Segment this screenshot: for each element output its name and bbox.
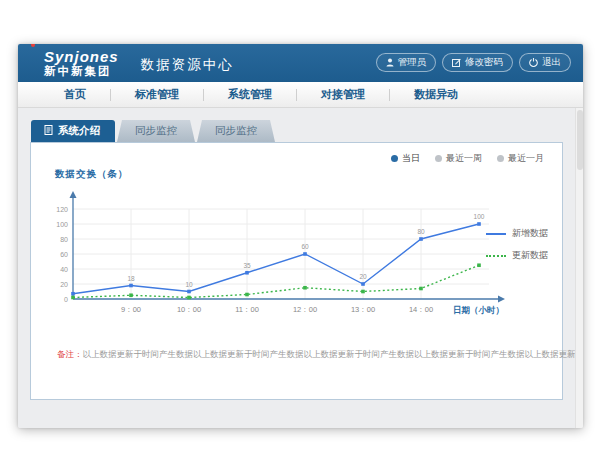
- nav-item-interface-mgmt[interactable]: 对接管理: [297, 87, 389, 102]
- radio-selected-icon: [391, 155, 398, 162]
- svg-text:10：00: 10：00: [177, 305, 201, 314]
- dotted-line-swatch-icon: [486, 255, 506, 257]
- svg-text:100: 100: [56, 221, 68, 228]
- vertical-scrollbar[interactable]: [575, 108, 583, 428]
- admin-user-button[interactable]: 管理员: [376, 53, 437, 72]
- svg-text:日期（小时）: 日期（小时）: [453, 305, 504, 315]
- logout-button[interactable]: 退出: [519, 53, 571, 72]
- chart-area: 0204060801001209：0010：0011：0012：0013：001…: [41, 187, 521, 331]
- app-header: Synjones 新中新集团 数据资源中心 管理员 修改密码 退出: [18, 44, 583, 82]
- tab-label: 同步监控: [215, 124, 257, 138]
- logout-label: 退出: [542, 56, 561, 69]
- svg-text:40: 40: [60, 266, 68, 273]
- svg-text:100: 100: [474, 213, 485, 220]
- filter-label: 最近一周: [446, 152, 482, 165]
- filter-today[interactable]: 当日: [391, 152, 420, 165]
- change-password-label: 修改密码: [465, 56, 503, 69]
- svg-text:80: 80: [417, 228, 425, 235]
- nav-item-home[interactable]: 首页: [40, 87, 110, 102]
- y-axis-title: 数据交换（条）: [55, 168, 129, 181]
- tab-sync-monitor-1[interactable]: 同步监控: [117, 120, 195, 142]
- line-chart-svg: 0204060801001209：0010：0011：0012：0013：001…: [41, 187, 521, 327]
- nav-item-system-mgmt[interactable]: 系统管理: [204, 87, 296, 102]
- header-actions: 管理员 修改密码 退出: [376, 53, 572, 72]
- filter-label: 当日: [402, 152, 420, 165]
- svg-text:120: 120: [56, 206, 68, 213]
- svg-text:20: 20: [359, 273, 367, 280]
- note-label: 备注：: [57, 349, 83, 359]
- footer-note: 备注：以上数据更新于时间产生数据以上数据更新于时间产生数据以上数据更新于时间产生…: [57, 349, 548, 361]
- document-icon: [44, 125, 53, 137]
- svg-text:14：00: 14：00: [409, 305, 433, 314]
- filter-last-month[interactable]: 最近一月: [497, 152, 544, 165]
- brand-dot-icon: [31, 44, 35, 47]
- svg-text:11：00: 11：00: [235, 305, 259, 314]
- brand-name: Synjones: [44, 49, 119, 64]
- nav-item-standard-mgmt[interactable]: 标准管理: [111, 87, 203, 102]
- svg-text:9：00: 9：00: [121, 305, 141, 314]
- svg-text:12：00: 12：00: [293, 305, 317, 314]
- legend-label: 新增数据: [512, 227, 548, 240]
- brand-subtitle: 新中新集团: [44, 66, 119, 78]
- chart-legend: 新增数据 更新数据: [486, 227, 548, 262]
- radio-icon: [435, 155, 442, 162]
- legend-label: 更新数据: [512, 249, 548, 262]
- tab-sync-monitor-2[interactable]: 同步监控: [197, 120, 275, 142]
- note-text: 以上数据更新于时间产生数据以上数据更新于时间产生数据以上数据更新于时间产生数据以…: [83, 349, 584, 359]
- tab-label: 同步监控: [135, 124, 177, 138]
- tab-system-intro[interactable]: 系统介绍: [31, 120, 115, 142]
- radio-icon: [497, 155, 504, 162]
- user-icon: [386, 58, 394, 67]
- svg-text:80: 80: [60, 236, 68, 243]
- legend-item-update-data[interactable]: 更新数据: [486, 249, 548, 262]
- filter-label: 最近一月: [508, 152, 544, 165]
- content-area: 系统介绍 同步监控 同步监控 当日 最近一周: [18, 108, 583, 428]
- admin-user-label: 管理员: [398, 56, 427, 69]
- svg-text:18: 18: [127, 275, 135, 282]
- chart-panel: 当日 最近一周 最近一月 数据交换（条） 0204060801001209：00…: [30, 142, 563, 400]
- main-nav: 首页 标准管理 系统管理 对接管理 数据异动: [18, 82, 583, 108]
- tab-bar: 系统介绍 同步监控 同步监控: [31, 121, 583, 142]
- svg-text:13：00: 13：00: [351, 305, 375, 314]
- change-password-button[interactable]: 修改密码: [442, 53, 513, 72]
- app-window: Synjones 新中新集团 数据资源中心 管理员 修改密码 退出 首页 标准管…: [18, 44, 583, 428]
- svg-text:20: 20: [60, 281, 68, 288]
- svg-text:60: 60: [60, 251, 68, 258]
- brand-logo: Synjones 新中新集团: [44, 49, 119, 78]
- tab-label: 系统介绍: [58, 124, 100, 138]
- filter-last-week[interactable]: 最近一周: [435, 152, 482, 165]
- svg-text:60: 60: [301, 243, 309, 250]
- page-title: 数据资源中心: [141, 56, 234, 74]
- svg-text:35: 35: [243, 262, 251, 269]
- edit-icon: [452, 58, 461, 67]
- range-filter-group: 当日 最近一周 最近一月: [391, 152, 544, 165]
- legend-item-new-data[interactable]: 新增数据: [486, 227, 548, 240]
- solid-line-swatch-icon: [486, 233, 506, 235]
- power-icon: [529, 58, 538, 67]
- svg-text:10: 10: [185, 281, 193, 288]
- svg-text:0: 0: [64, 296, 68, 303]
- nav-item-data-change[interactable]: 数据异动: [390, 87, 482, 102]
- scrollbar-thumb[interactable]: [577, 110, 583, 170]
